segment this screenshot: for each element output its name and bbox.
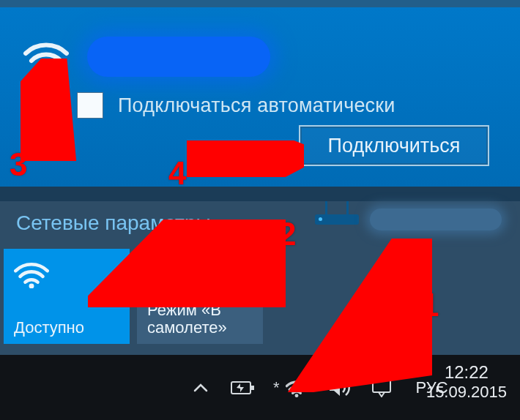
auto-connect-row[interactable]: Подключаться автоматически xyxy=(77,92,395,119)
tray-chevron-up-icon[interactable] xyxy=(188,375,213,400)
annotation-1: 1 xyxy=(421,287,439,323)
router-icon xyxy=(315,214,359,225)
action-center-icon[interactable] xyxy=(369,375,394,400)
network-settings-title: Сетевые параметры xyxy=(16,211,211,235)
clock-date: 15.09.2015 xyxy=(426,383,507,402)
tray-wifi-icon[interactable] xyxy=(284,375,309,400)
taskbar: * РУС 12:22 15.09.2015 xyxy=(0,355,520,420)
system-tray: * РУС xyxy=(188,355,448,420)
connect-button[interactable]: Подключиться xyxy=(299,125,489,166)
tile-wifi-label: Доступно xyxy=(14,319,119,337)
wifi-unconnected-asterisk-icon: * xyxy=(273,378,280,397)
svg-point-0 xyxy=(43,70,50,75)
router-name-redacted xyxy=(370,209,502,230)
svg-rect-3 xyxy=(251,386,254,390)
tile-wifi[interactable]: Доступно xyxy=(4,249,130,344)
auto-connect-label: Подключаться автоматически xyxy=(118,94,395,117)
clock-time: 12:22 xyxy=(426,362,507,383)
wifi-network-panel: Подключаться автоматически Подключиться xyxy=(0,0,520,201)
network-row xyxy=(23,37,270,77)
svg-point-1 xyxy=(29,284,34,288)
tile-airplane-mode[interactable]: Режим «В самолете» xyxy=(137,249,263,344)
network-name-redacted xyxy=(87,37,270,77)
wifi-icon xyxy=(23,39,69,75)
volume-icon[interactable] xyxy=(327,375,352,400)
svg-rect-5 xyxy=(373,380,390,392)
quick-tiles: Доступно Режим «В самолете» xyxy=(4,249,263,344)
annotation-4: 4 xyxy=(168,155,186,192)
airplane-icon xyxy=(147,259,253,296)
network-settings-panel: Сетевые параметры Доступно xyxy=(0,201,520,355)
taskbar-clock[interactable]: 12:22 15.09.2015 xyxy=(426,362,507,402)
annotation-3: 3 xyxy=(10,146,27,183)
tile-airplane-label: Режим «В самолете» xyxy=(147,301,253,337)
auto-connect-checkbox[interactable] xyxy=(77,92,103,119)
annotation-2: 2 xyxy=(278,216,296,252)
wifi-icon xyxy=(14,259,119,296)
svg-point-4 xyxy=(294,394,298,397)
connect-button-label: Подключиться xyxy=(328,135,461,157)
battery-icon[interactable] xyxy=(231,375,256,400)
